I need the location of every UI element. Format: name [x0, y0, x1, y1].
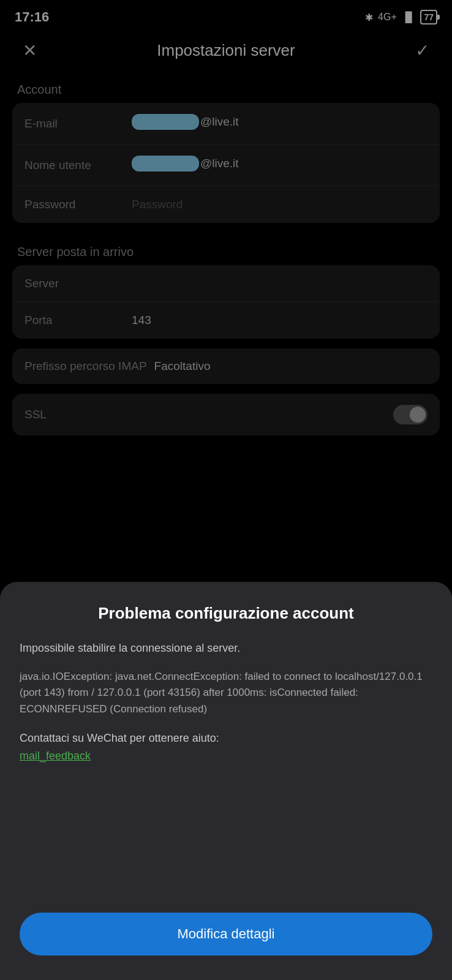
modal-title: Problema configurazione account: [20, 604, 432, 623]
mail-feedback-link[interactable]: mail_feedback: [20, 750, 432, 763]
modal-error-detail: java.io.IOException: java.net.ConnectExc…: [20, 669, 432, 717]
error-modal: Problema configurazione account Impossib…: [0, 582, 452, 980]
modify-details-button[interactable]: Modifica dettagli: [20, 913, 432, 956]
modal-description: Impossibile stabilire la connessione al …: [20, 640, 432, 657]
dim-overlay: [0, 0, 452, 582]
modal-contact-text: Contattaci su WeChat per ottenere aiuto:: [20, 732, 432, 745]
